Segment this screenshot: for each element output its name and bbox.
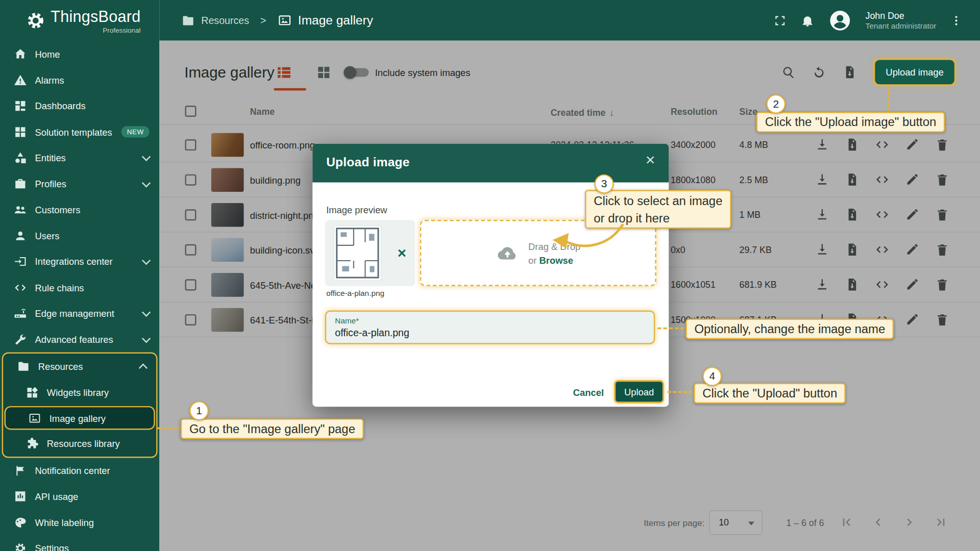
app-root: ThingsBoard Professional Home Alarms Das… (0, 0, 980, 551)
breadcrumb: Resources > Image gallery (181, 0, 373, 41)
name-field-label: Name* (335, 317, 359, 325)
brand-edition: Professional (51, 26, 140, 34)
drop-subtitle: or Browse (528, 255, 580, 265)
sidebar-item-customers[interactable]: Customers (0, 197, 159, 223)
folder-icon (181, 13, 195, 27)
chevron-up-ic (139, 364, 148, 372)
chart-ic (14, 490, 27, 503)
sidebar-item-resources-library[interactable]: Resources library (3, 431, 156, 457)
integrations-ic (14, 255, 27, 268)
chevron-down-ic (142, 308, 151, 317)
sidebar-item-solution-templates[interactable]: Solution templatesNEW (0, 119, 159, 145)
sidebar-item-advanced-features[interactable]: Advanced features (0, 327, 159, 353)
top-header: Resources > Image gallery John Doe Tenan… (159, 0, 980, 41)
sidebar-item-label: API usage (35, 491, 79, 502)
browse-link[interactable]: Browse (540, 255, 573, 265)
upload-image-button[interactable]: Upload image (875, 60, 954, 85)
entities-ic (14, 152, 27, 165)
dashboards-ic (14, 99, 27, 113)
sidebar-item-label: Advanced features (35, 334, 113, 345)
sidebar-item-label: Rule chains (35, 282, 84, 293)
sidebar-item-notification-center[interactable]: Notification center (0, 458, 159, 484)
sidebar-item-integrations-center[interactable]: Integrations center (0, 248, 159, 274)
chevron-down-ic (142, 334, 151, 343)
new-badge: NEW (121, 127, 150, 138)
fullscreen-icon[interactable] (773, 13, 787, 27)
logo-gear-icon (25, 10, 46, 32)
breadcrumb-separator: > (260, 15, 266, 26)
solution-templates-ic (14, 126, 27, 139)
sidebar-item-label: Image gallery (50, 413, 106, 423)
sidebar-item-label: Settings (35, 543, 69, 551)
upload-image-dialog: Upload image × Image preview × office-a-… (312, 144, 669, 407)
wrench-ic (14, 333, 27, 346)
sidebar-item-label: Profiles (35, 179, 66, 189)
chevron-down-ic (142, 256, 151, 265)
clear-preview-icon[interactable]: × (398, 245, 406, 260)
user-role: Tenant administrator (866, 21, 937, 31)
sidebar-item-entities[interactable]: Entities (0, 145, 159, 171)
chevron-down-ic (142, 153, 151, 161)
image-name-field[interactable]: Name* office-a-plan.png (325, 311, 655, 344)
sidebar-item-label: Users (35, 231, 60, 241)
sidebar-item-label: Resources (38, 361, 83, 372)
close-icon[interactable]: × (646, 152, 655, 168)
kebab-menu-icon[interactable] (950, 14, 962, 27)
breadcrumb-current: Image gallery (298, 13, 373, 28)
floor-plan-image (334, 226, 381, 280)
sidebar-nav: Home Alarms Dashboards Solution template… (0, 41, 159, 551)
sidebar-item-label: Dashboards (35, 101, 86, 111)
user-info[interactable]: John Doe Tenant administrator (866, 10, 937, 31)
dialog-header: Upload image × (312, 144, 669, 183)
cancel-button[interactable]: Cancel (570, 387, 608, 398)
image-preview-box: × (325, 220, 415, 286)
palette-ic (14, 516, 27, 529)
sidebar-item-white-labeling[interactable]: White labeling (0, 510, 159, 536)
brand-logo[interactable]: ThingsBoard Professional (25, 8, 140, 34)
sidebar-item-resources[interactable]: Resources (3, 354, 156, 380)
chevron-down-ic (142, 179, 151, 187)
sidebar-item-label: Widgets library (47, 387, 109, 398)
upload-button[interactable]: Upload (616, 382, 663, 402)
edge-router-ic (14, 307, 27, 320)
sidebar-item-alarms[interactable]: Alarms (0, 67, 159, 93)
sidebar-item-label: Solution templates (35, 127, 112, 137)
sidebar-item-api-usage[interactable]: API usage (0, 484, 159, 510)
sidebar-item-settings[interactable]: Settings (0, 535, 159, 551)
header-actions: John Doe Tenant administrator (773, 0, 962, 41)
image-preview-label: Image preview (326, 204, 387, 215)
sidebar-item-label: Resources library (47, 438, 120, 449)
sidebar-item-label: Integrations center (35, 256, 113, 267)
breadcrumb-resources[interactable]: Resources (201, 15, 249, 26)
image-gallery-icon (277, 13, 291, 28)
user-name: John Doe (866, 10, 937, 21)
sidebar-item-image-gallery[interactable]: Image gallery (5, 406, 155, 430)
sidebar-item-label: Edge management (35, 308, 114, 319)
alarm-warning-ic (14, 73, 27, 87)
notifications-bell-icon[interactable] (800, 13, 814, 27)
users-ic (14, 229, 27, 242)
drag-drop-area[interactable]: Drag & Drop or Browse (420, 220, 656, 286)
profiles-ic (14, 177, 27, 190)
dialog-title: Upload image (326, 155, 410, 169)
sidebar-item-profiles[interactable]: Profiles (0, 171, 159, 197)
sidebar-item-edge-management[interactable]: Edge management (0, 300, 159, 327)
flag-ic (14, 464, 27, 477)
preview-thumbnail (334, 226, 381, 281)
home-ic (14, 47, 27, 61)
preview-file-name: office-a-plan.png (326, 289, 384, 298)
sidebar-item-label: Customers (35, 205, 81, 215)
name-field-value: office-a-plan.png (335, 328, 409, 339)
sidebar-item-dashboards[interactable]: Dashboards (0, 93, 159, 119)
folder-ic (17, 360, 30, 373)
brand-name: ThingsBoard (51, 8, 140, 26)
sidebar-item-home[interactable]: Home (0, 41, 159, 67)
sidebar-item-users[interactable]: Users (0, 223, 159, 249)
sidebar-item-rule-chains[interactable]: Rule chains (0, 274, 159, 300)
avatar[interactable] (828, 9, 852, 33)
resources-group-highlight: Resources Widgets library Image gallery … (2, 353, 158, 458)
rule-chains-ic (14, 281, 27, 294)
puzzle-ic (26, 437, 39, 450)
sidebar-item-widgets-library[interactable]: Widgets library (3, 380, 156, 406)
sidebar-item-label: Alarms (35, 75, 64, 86)
